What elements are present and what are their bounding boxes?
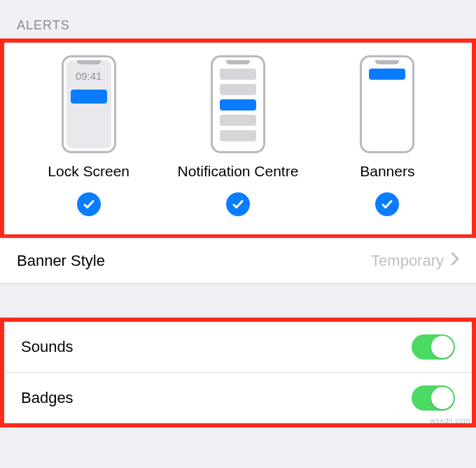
alerts-section: 09:41 Lock Screen Notifi [0,38,476,239]
checkmark-icon[interactable] [226,192,250,216]
lock-screen-time-icon: 09:41 [66,70,111,82]
alert-option-lock-screen[interactable]: 09:41 Lock Screen [14,55,163,216]
banners-icon [360,55,414,153]
lock-screen-icon: 09:41 [62,55,116,153]
alert-option-banners[interactable]: Banners [313,55,462,216]
section-header-alerts: ALERTS [0,0,476,38]
badges-row: Badges [4,372,472,423]
alerts-row: 09:41 Lock Screen Notifi [14,55,462,216]
checkmark-icon[interactable] [77,192,101,216]
notification-centre-icon [211,55,265,153]
alert-option-notification-centre[interactable]: Notification Centre [163,55,312,216]
sounds-toggle[interactable] [412,334,455,360]
banner-style-label: Banner Style [17,252,105,270]
checkmark-icon[interactable] [375,192,399,216]
sounds-badges-section: Sounds Badges [0,318,476,427]
badges-toggle[interactable] [412,385,455,411]
badges-label: Badges [21,389,74,407]
chevron-right-icon [451,252,459,270]
alert-label-notification-centre: Notification Centre [178,163,299,180]
alert-label-lock-screen: Lock Screen [48,163,130,180]
banner-style-value: Temporary [371,252,459,270]
watermark: wsxdn.com [430,416,470,425]
spacer [0,284,476,318]
banner-style-card: Banner Style Temporary [0,238,476,284]
sounds-label: Sounds [21,338,74,356]
sounds-row: Sounds [4,322,472,372]
alert-label-banners: Banners [360,163,414,180]
banner-style-row[interactable]: Banner Style Temporary [0,239,476,283]
